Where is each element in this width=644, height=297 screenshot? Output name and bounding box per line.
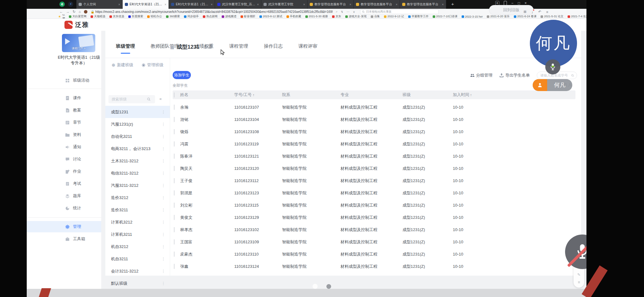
list-tool-icon[interactable]: ≡ [578,280,580,284]
sidebar-item-chapters[interactable]: 章节 [27,117,101,128]
select-all-checkbox[interactable] [174,92,175,98]
bookmark-item[interactable]: 影音视听 [241,14,255,19]
more-options-icon[interactable]: ⋮ [161,208,165,212]
history-back-icon[interactable]: ↶ [538,10,541,14]
more-options-icon[interactable]: ⋮ [161,244,165,249]
row-checkbox[interactable] [174,178,175,183]
class-list-item[interactable]: 电信3211-3212 ⋮ [105,167,170,179]
bookmark-item[interactable]: 京东 [332,14,341,19]
row-checkbox[interactable] [174,129,175,134]
more-options-icon[interactable]: ⋮ [161,122,165,127]
tab-close-icon[interactable]: × [442,3,444,6]
group-manage-button[interactable]: 分组管理 [470,73,492,78]
url-field[interactable]: 🔒https://mooc2-ans.chaoxing.com/mooc2-an… [91,10,333,14]
browser-tab[interactable]: E时代大学英语1（21级专升… × [169,0,215,9]
site-logo[interactable]: 泛雅 [64,20,89,29]
tab-close-icon[interactable]: × [257,3,259,6]
row-checkbox[interactable] [174,251,175,257]
mobile-sync-icon[interactable] [504,1,507,5]
sort-asc-icon[interactable]: ↑ [470,93,472,97]
reload-icon[interactable]: ↻ [73,10,75,14]
student-row[interactable]: 王子俊 11016123112 智能制造学院 材料成型及控制工程 成型1231(… [173,175,575,187]
more-options-icon[interactable]: ⋮ [161,146,165,151]
browser-tab[interactable]: 武汉华夏理工学院 × [261,0,308,9]
class-list-item[interactable]: 会计3211-3212 ⋮ [105,265,170,277]
download-icon[interactable]: ↓ [531,10,533,14]
browser-tab[interactable]: E时代大学英语1（21级专升… × [123,0,169,9]
profile-avatar[interactable] [84,10,87,14]
chevron-down-icon[interactable]: ∨ [353,10,355,14]
student-row[interactable]: 余瀚 11016123107 智能制造学院 材料成型及控制工程 成型1231(Z… [173,101,575,113]
bookmark-item[interactable]: 天猫精选 [91,14,105,19]
col-id[interactable]: 学号/工号↑ [234,92,282,98]
tab-counter[interactable]: 8 [495,1,499,5]
close-button[interactable]: × [525,1,527,5]
tab-operation-log[interactable]: 操作日志 [264,43,283,54]
row-checkbox[interactable] [174,239,175,245]
menu-icon[interactable]: ≡ [546,10,548,14]
row-checkbox[interactable] [174,227,175,232]
student-row[interactable]: 郭泯昱 11016123123 智能制造学院 材料成型及控制工程 成型1231(… [173,187,575,199]
more-options-icon[interactable]: ⋮ [161,159,165,163]
class-list-item[interactable]: 计算机3212 ⋮ [105,216,170,228]
browser-tab[interactable]: 个人空间 × [76,0,123,9]
col-name[interactable]: 姓名 [180,92,234,98]
col-dept[interactable]: 院系 [282,92,341,98]
student-row[interactable]: 陈春洋 11016123121 智能制造学院 材料成型及控制工程 成型1231(… [173,150,575,162]
row-checkbox[interactable] [174,141,175,147]
student-row[interactable]: 饶烁 11016123108 智能制造学院 材料成型及控制工程 成型1231(Z… [173,126,575,138]
more-options-icon[interactable]: ⋮ [161,269,165,273]
more-options-icon[interactable]: ⋮ [161,281,165,286]
bookmark-item[interactable]: 2021-5-31 论文 [541,14,564,19]
tab-close-icon[interactable]: × [396,3,397,6]
student-row[interactable]: 张鑫 11016123124 智能制造学院 材料成型及控制工程 成型1231(Z… [173,260,575,273]
bookmark-item[interactable]: 大白菜官网 [69,14,86,19]
bookmark-item[interactable]: 热点新闻 [203,14,218,19]
favorites-star-icon[interactable]: ★ [58,15,61,18]
bookmark-item[interactable]: 合集 [371,14,380,19]
row-checkbox[interactable] [174,105,175,110]
class-list-item[interactable]: 造价3211 ⋮ [105,204,170,216]
class-list-item[interactable]: 土木3211-3212 ⋮ [105,155,170,167]
add-student-button[interactable]: 添加学生 [173,71,191,79]
sidebar-item-homework[interactable]: 作业 [27,166,101,177]
class-list-item[interactable]: 自动化3211 ⋮ [105,130,170,143]
bookmark-item[interactable]: 2023-8-12 测试 [259,14,282,19]
bookmark-item[interactable]: 2022-7-10口语课 [433,14,458,19]
tab-close-icon[interactable]: × [164,3,166,6]
class-search-input[interactable] [111,97,147,102]
collapse-panel-icon[interactable]: « [159,96,162,101]
student-row[interactable]: 陶昊天 11016123120 智能制造学院 材料成型及控制工程 成型1231(… [173,162,575,175]
more-options-icon[interactable]: ⋮ [161,256,165,261]
sidebar-item-courseware[interactable]: P 课件 [27,92,101,104]
tab-close-icon[interactable]: × [303,3,305,6]
row-checkbox[interactable] [174,117,175,122]
bookmark-item[interactable]: 手机收藏 [286,14,301,19]
new-class-button[interactable]: ⊕新建班级 [112,62,133,68]
class-list-item[interactable]: 电商3211， 会计3213 ⋮ [105,143,170,155]
bookmark-item[interactable]: 2021-7-4 生活帮 [568,14,586,19]
sidebar-item-lesson-plan[interactable]: 教案 [27,105,101,116]
bookmark-item[interactable]: 同步助手 [184,14,199,19]
class-list-item[interactable]: 计算机3211 ⋮ [105,228,170,240]
more-options-icon[interactable]: ⋮ [161,183,165,188]
tab-close-icon[interactable]: × [211,3,213,6]
carousel-dot-active[interactable] [313,284,318,289]
sidebar-item-materials[interactable]: 资料 [27,129,101,140]
bookmark-item[interactable]: 360搜索 [166,14,180,19]
class-list-item[interactable]: 汽服3211-3212 ⋮ [105,179,170,192]
sidebar-item-class-activity[interactable]: 班级活动 [27,75,101,86]
presenter-name-pill[interactable]: 何凡 [533,79,572,91]
sidebar-item-exams[interactable]: 考试 [27,178,101,189]
row-checkbox[interactable] [174,166,175,171]
new-tab-button[interactable]: + [451,1,454,7]
bookmark-item[interactable]: 华夏教学工作 [408,14,429,19]
maximize-button[interactable]: □ [518,1,520,5]
forward-icon[interactable]: → [66,10,69,14]
export-students-button[interactable]: 导出学生名单 [499,73,530,78]
more-options-icon[interactable]: ⋮ [161,232,165,237]
sidebar-item-discussion[interactable]: 讨论 [27,154,101,165]
browser-logo-icon[interactable]: e [59,2,65,7]
student-row[interactable]: 冯震 11016123119 智能制造学院 材料成型及控制工程 成型1231(Z… [173,138,575,150]
carousel-dot[interactable] [326,284,331,289]
